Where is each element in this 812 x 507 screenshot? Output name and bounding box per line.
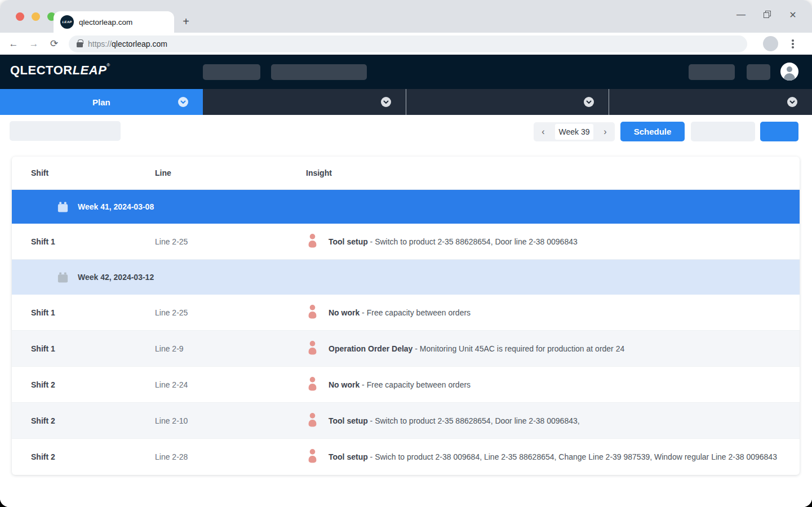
table-row[interactable]: Shift 1 Line 2-25 Tool setup - Switch to…	[12, 224, 800, 260]
minimize-icon[interactable]: —	[735, 9, 747, 20]
browser-window: LEAP qlectorleap.com + — ✕ ← → ⟳ https:/…	[0, 0, 812, 507]
person-icon	[306, 340, 319, 357]
insight-cell: No work - Free capacity between orders	[306, 376, 800, 393]
line-cell: Line 2-10	[155, 416, 306, 425]
traffic-close-button[interactable]	[16, 12, 24, 21]
traffic-lights	[16, 12, 56, 21]
person-icon	[306, 233, 319, 250]
chevron-down-icon[interactable]	[787, 97, 797, 107]
toolbar-skeleton-2	[691, 122, 755, 141]
week-header-row[interactable]: Week 41, 2024-03-08	[12, 190, 800, 224]
column-header-insight: Insight	[306, 168, 332, 177]
line-cell: Line 2-28	[155, 452, 306, 461]
window-controls: — ✕	[735, 9, 798, 20]
app-logo: QLECTORLEAP®	[10, 63, 110, 78]
nav-tab-plan-label: Plan	[92, 97, 110, 107]
chevron-down-icon[interactable]	[381, 97, 391, 107]
insight-text: No work - Free capacity between orders	[329, 308, 471, 317]
person-icon	[306, 304, 319, 321]
week-header-label: Week 42, 2024-03-12	[78, 273, 154, 282]
shift-cell: Shift 2	[12, 380, 155, 389]
insight-title: No work	[329, 380, 360, 389]
chevron-down-icon[interactable]	[584, 97, 594, 107]
site-favicon-icon: LEAP	[60, 15, 74, 29]
tab-title: qlectorleap.com	[79, 18, 132, 26]
browser-tab[interactable]: LEAP qlectorleap.com	[54, 11, 174, 33]
prev-week-button[interactable]: ‹	[537, 126, 549, 138]
page-content: ‹ Week 39 › Schedule Shift Line Insight …	[0, 115, 812, 507]
url-bar[interactable]: https://qlectorleap.com	[69, 35, 747, 52]
insight-cell: Operation Order Delay - Monitoring Unit …	[306, 340, 800, 357]
insight-description: - Switch to product 2-35 88628654, Door …	[368, 237, 578, 246]
table-row[interactable]: Shift 1 Line 2-25 No work - Free capacit…	[12, 295, 800, 331]
insight-title: Tool setup	[329, 237, 368, 246]
browser-toolbar: ← → ⟳ https://qlectorleap.com	[0, 33, 812, 55]
insight-cell: Tool setup - Switch to product 2-35 8862…	[306, 412, 800, 429]
insight-title: Tool setup	[329, 416, 368, 425]
table-header: Shift Line Insight	[12, 157, 800, 190]
week-stepper: ‹ Week 39 ›	[534, 122, 615, 141]
line-cell: Line 2-24	[155, 380, 306, 389]
traffic-minimize-button[interactable]	[32, 12, 40, 21]
browser-menu-icon[interactable]	[788, 37, 797, 51]
browser-profile-avatar[interactable]	[763, 36, 778, 51]
toolbar-blue-skeleton-button[interactable]	[760, 122, 798, 141]
lock-icon	[77, 42, 83, 47]
insight-text: Operation Order Delay - Monitoring Unit …	[329, 344, 624, 353]
restore-icon[interactable]	[761, 9, 773, 20]
new-tab-button[interactable]: +	[179, 15, 193, 28]
nav-tab-2[interactable]	[203, 89, 406, 115]
insight-title: Tool setup	[329, 452, 368, 461]
shift-cell: Shift 1	[12, 308, 155, 317]
table-row[interactable]: Shift 2 Line 2-10 Tool setup - Switch to…	[12, 403, 800, 439]
insight-cell: No work - Free capacity between orders	[306, 304, 800, 321]
shift-cell: Shift 2	[12, 452, 155, 461]
person-icon	[787, 66, 792, 72]
next-week-button[interactable]: ›	[599, 126, 611, 138]
logo-registered-mark: ®	[107, 63, 110, 68]
user-avatar[interactable]	[780, 63, 798, 81]
week-label: Week 39	[555, 124, 593, 140]
insight-description: - Swich to product 2-38 009684, Line 2-3…	[368, 452, 777, 461]
chevron-down-icon[interactable]	[178, 97, 188, 107]
plan-toolbar: ‹ Week 39 › Schedule	[0, 119, 812, 141]
insight-title: Operation Order Delay	[329, 344, 412, 353]
nav-tab-4[interactable]	[609, 89, 812, 115]
insight-text: No work - Free capacity between orders	[329, 380, 471, 389]
insight-description: - Free capacity between orders	[360, 380, 471, 389]
shift-cell: Shift 1	[12, 237, 155, 246]
line-cell: Line 2-9	[155, 344, 306, 353]
person-icon	[306, 448, 319, 465]
insight-text: Tool setup - Switch to product 2-35 8862…	[329, 416, 580, 425]
reload-icon[interactable]: ⟳	[47, 37, 61, 51]
schedule-button[interactable]: Schedule	[620, 122, 685, 141]
shift-cell: Shift 2	[12, 416, 155, 425]
header-skeleton-3	[689, 64, 735, 80]
nav-tab-3[interactable]	[406, 89, 610, 115]
week-header-label: Week 41, 2024-03-08	[78, 202, 154, 211]
toolbar-skeleton	[10, 121, 121, 141]
insight-description: - Monitoring Unit 45AC is required for p…	[412, 344, 624, 353]
week-header-row[interactable]: Week 42, 2024-03-12	[12, 260, 800, 295]
person-icon	[306, 376, 319, 393]
insights-table: Shift Line Insight Week 41, 2024-03-08 S…	[12, 157, 800, 475]
url-host: qlectorleap.com	[112, 39, 167, 48]
calendar-icon	[56, 201, 69, 214]
person-icon	[306, 412, 319, 429]
forward-icon[interactable]: →	[27, 37, 41, 51]
table-row[interactable]: Shift 2 Line 2-28 Tool setup - Swich to …	[12, 439, 800, 475]
shift-cell: Shift 1	[12, 344, 155, 353]
close-icon[interactable]: ✕	[787, 9, 798, 20]
nav-tab-plan[interactable]: Plan	[0, 89, 203, 115]
url-scheme: https://	[88, 39, 112, 48]
browser-titlebar: LEAP qlectorleap.com + — ✕	[0, 0, 812, 33]
back-icon[interactable]: ←	[7, 37, 20, 51]
line-cell: Line 2-25	[155, 237, 306, 246]
logo-primary: QLECTOR	[10, 63, 73, 77]
app-header: QLECTORLEAP®	[0, 55, 812, 89]
header-skeleton-1	[203, 64, 260, 80]
table-row[interactable]: Shift 2 Line 2-24 No work - Free capacit…	[12, 367, 800, 403]
table-row[interactable]: Shift 1 Line 2-9 Operation Order Delay -…	[12, 331, 800, 367]
insight-description: - Switch to product 2-35 88628654, Door …	[368, 416, 580, 425]
header-skeleton-2	[271, 64, 367, 80]
